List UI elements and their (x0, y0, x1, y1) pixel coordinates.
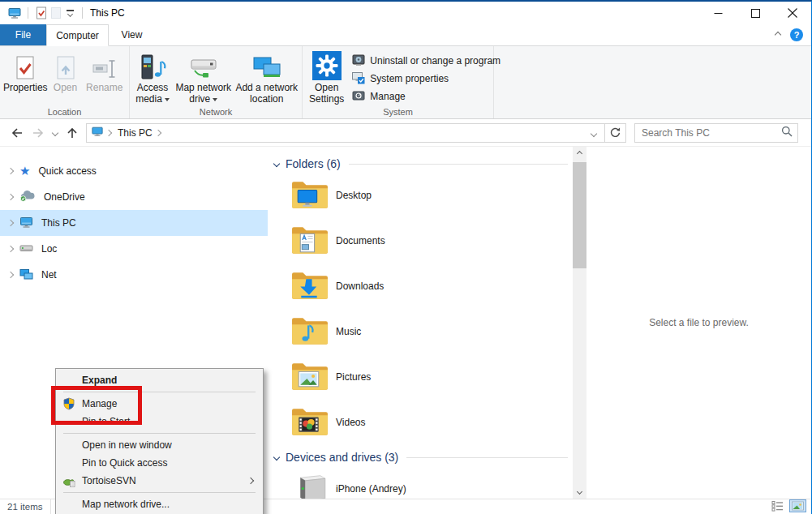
menu-item-map-network-drive[interactable]: Map network drive... (56, 495, 263, 513)
expander-icon[interactable] (7, 272, 14, 278)
recent-locations-dropdown[interactable] (49, 122, 62, 143)
menu-item-tortoisesvn[interactable]: TortoiseSVN (56, 472, 263, 490)
tab-file[interactable]: File (0, 24, 46, 45)
quick-access-icon: ★ (19, 165, 30, 178)
tab-computer[interactable]: Computer (46, 24, 109, 46)
details-view-button[interactable] (771, 500, 784, 513)
window-controls (699, 2, 811, 24)
vertical-scrollbar[interactable] (573, 147, 586, 499)
sidebar-label: This PC (41, 217, 76, 229)
system-properties-button[interactable]: System properties (352, 72, 501, 85)
expander-icon[interactable] (7, 168, 14, 174)
sidebar-item-network[interactable]: Net (0, 262, 268, 288)
minimize-button[interactable] (699, 2, 737, 24)
folder-item-documents[interactable]: Documents (268, 218, 573, 263)
uninstall-program-button[interactable]: Uninstall or change a program (352, 54, 501, 67)
map-network-drive-button[interactable]: Map network drive (174, 49, 234, 105)
system-properties-label: System properties (370, 73, 449, 84)
expander-icon[interactable] (7, 194, 14, 200)
music-folder-icon (290, 314, 329, 349)
manage-ribbon-icon (352, 89, 365, 105)
file-list: Folders (6) Desktop Documents Downl (268, 147, 573, 499)
folder-name: Videos (336, 417, 365, 428)
collapse-group-icon[interactable] (273, 161, 280, 167)
sidebar-label: Quick access (38, 165, 96, 177)
sidebar-item-quick-access[interactable]: ★ Quick access (0, 158, 268, 184)
folder-item-pictures[interactable]: Pictures (268, 354, 573, 400)
menu-item-open-new-window[interactable]: Open in new window (56, 436, 263, 454)
search-icon[interactable] (781, 126, 793, 139)
manage-ribbon-label: Manage (370, 91, 405, 102)
menu-separator (56, 430, 263, 436)
videos-folder-icon (290, 405, 329, 440)
network-group-label: Network (130, 107, 302, 117)
up-button[interactable] (62, 122, 83, 143)
open-button[interactable]: Open (49, 49, 82, 105)
expander-icon[interactable] (7, 246, 14, 252)
menu-item-pin-to-start[interactable]: Pin to Start (56, 413, 263, 430)
add-network-location-label: Add a network location (234, 83, 300, 105)
properties-label: Properties (3, 83, 48, 94)
titlebar: This PC (0, 2, 811, 24)
qat-properties-icon[interactable] (34, 5, 49, 21)
collapse-group-icon[interactable] (273, 454, 280, 460)
scroll-up-icon[interactable] (573, 147, 586, 161)
qat-customize-dropdown[interactable] (63, 10, 76, 16)
menu-item-expand[interactable]: Expand (56, 371, 263, 389)
scrollbar-thumb[interactable] (573, 162, 586, 268)
maximize-button[interactable] (737, 2, 774, 24)
folder-item-desktop[interactable]: Desktop (268, 173, 573, 218)
device-name: iPhone (Andrey) (336, 483, 406, 495)
folder-item-downloads[interactable]: Downloads (268, 263, 573, 309)
address-bar[interactable]: This PC (86, 123, 605, 143)
help-icon[interactable]: ? (790, 28, 803, 41)
back-button[interactable] (6, 122, 28, 143)
close-button[interactable] (774, 2, 811, 24)
sidebar-item-local-disk[interactable]: Loc (0, 236, 268, 262)
rename-button[interactable]: Rename (84, 49, 126, 105)
ribbon-group-system: Open Settings Uninstall or change a prog… (303, 46, 494, 118)
dropdown-arrow-icon (165, 98, 170, 101)
refresh-button[interactable] (605, 123, 626, 143)
network-icon (19, 268, 33, 283)
open-settings-button[interactable]: Open Settings (309, 49, 344, 105)
address-dropdown-icon[interactable] (588, 127, 599, 139)
main-area: ★ Quick access OneDrive This PC (0, 147, 811, 499)
sidebar-label: Loc (41, 243, 57, 255)
header-rule (349, 164, 568, 165)
preview-pane: Select a file to preview. (586, 147, 811, 499)
scroll-down-icon[interactable] (573, 485, 586, 499)
search-input[interactable] (640, 126, 781, 139)
thumbnail-view-button[interactable] (789, 499, 806, 514)
add-network-location-button[interactable]: Add a network location (234, 49, 300, 105)
devices-header-label: Devices and drives (3) (286, 451, 398, 464)
folder-item-music[interactable]: Music (268, 309, 573, 354)
dropdown-arrow-icon (213, 98, 217, 101)
device-item-iphone[interactable]: iPhone (Andrey) (268, 466, 573, 499)
map-network-drive-icon (188, 51, 219, 80)
properties-button[interactable]: Properties (3, 49, 47, 105)
sidebar-item-onedrive[interactable]: OneDrive (0, 184, 268, 210)
devices-group-header[interactable]: Devices and drives (3) (268, 448, 573, 466)
forward-button[interactable] (28, 122, 49, 143)
menu-item-manage[interactable]: Manage (56, 395, 263, 413)
open-icon (55, 51, 76, 80)
manage-ribbon-button[interactable]: Manage (352, 90, 501, 103)
titlebar-separator2 (82, 7, 83, 19)
access-media-button[interactable]: Access media (131, 49, 174, 105)
expander-icon[interactable] (7, 220, 14, 226)
qat-newfolder-icon[interactable] (49, 5, 63, 21)
breadcrumb-this-pc[interactable]: This PC (118, 127, 153, 139)
menu-item-pin-quick-access[interactable]: Pin to Quick access (56, 454, 263, 472)
add-network-location-icon (251, 51, 282, 80)
statusbar-separator (50, 499, 51, 514)
context-menu: Expand Manage Pin to Start Open in new w… (55, 368, 264, 514)
documents-folder-icon (290, 223, 329, 259)
sidebar-item-this-pc[interactable]: This PC (0, 210, 268, 236)
folder-item-videos[interactable]: Videos (268, 400, 573, 445)
minimize-ribbon-icon[interactable] (775, 32, 781, 38)
iphone-device-icon (290, 471, 329, 499)
folders-group-header[interactable]: Folders (6) (268, 155, 573, 173)
window-title: This PC (90, 7, 125, 19)
tab-view[interactable]: View (109, 24, 155, 45)
